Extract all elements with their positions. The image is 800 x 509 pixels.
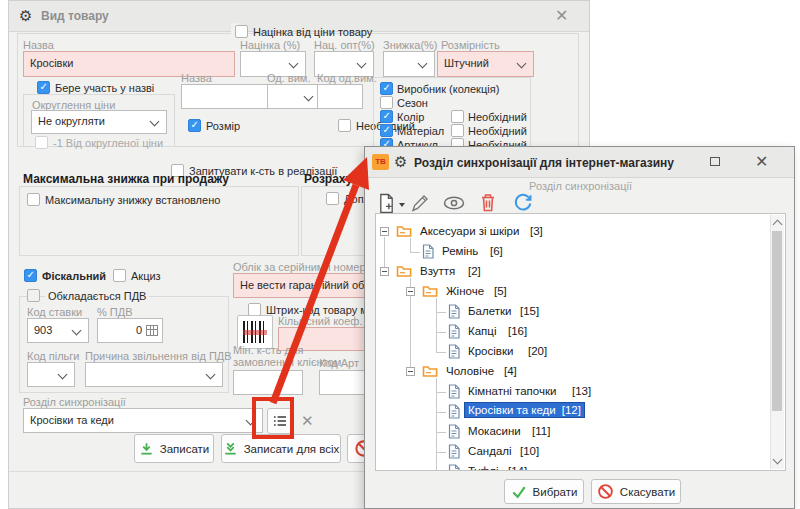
sync-clear-icon[interactable]: ✕ [301,413,314,428]
save-button-label: Записати [160,443,210,455]
surcharge-checkbox[interactable] [326,192,339,205]
material-required-checkbox[interactable] [451,124,464,137]
edit-button[interactable] [410,193,430,215]
exemption-select[interactable] [85,362,223,387]
participates-label: Бере участь у назві [55,82,154,94]
rate-code-value: 903 [34,324,52,336]
tree-item-count: [5] [494,285,507,297]
rounding-select[interactable]: Не округляти [31,110,167,134]
tree-item[interactable]: Жіноче [5] [376,282,770,302]
discount-pct-select[interactable] [383,51,435,77]
manufacturer-checkbox[interactable] [380,82,393,95]
tree-item[interactable]: Кімнатні тапочки [13] [376,382,770,402]
min-qty-input[interactable] [233,370,303,395]
tree-connector [436,312,446,313]
excise-checkbox[interactable] [113,269,126,282]
unit-select[interactable] [267,84,321,109]
selection-highlight: Кросівки та кеди[12] [465,403,584,417]
tree-connector [410,252,420,253]
cancel-icon [597,483,614,500]
chevron-down-icon [206,370,216,380]
vat-checkbox[interactable] [27,289,40,302]
view-button[interactable] [443,196,465,212]
tree-item[interactable]: Взуття [2] [376,262,770,282]
tree-item[interactable]: Ремінь [6] [376,242,770,262]
sync-section-list-button[interactable] [267,408,293,434]
cancel-button[interactable]: Скасувати [591,479,681,504]
scroll-up-icon[interactable] [773,220,783,230]
tree-item[interactable]: Балетки [15] [376,302,770,322]
dialog-subtitle: Розділ синхронізації [365,180,796,192]
material-checkbox[interactable] [380,124,393,137]
tree-item-count: [16] [508,325,527,337]
collapse-icon[interactable] [380,267,389,276]
tree-item-count: [11] [532,425,550,437]
collapse-icon[interactable] [406,367,415,376]
scroll-down-icon[interactable] [773,455,783,465]
discount-pct-label: Знижка(%) [383,39,438,51]
new-item-dropdown-icon[interactable] [399,203,405,207]
season-checkbox[interactable] [380,96,393,109]
rate-code-select[interactable]: 903 [27,318,89,343]
unit-code-input[interactable] [317,84,363,109]
fiscal-checkbox[interactable] [24,269,37,282]
dimension-label: Розмірність [441,39,500,51]
document-icon [448,384,460,401]
color-checkbox[interactable] [380,110,393,123]
minus-one-checkbox[interactable] [35,136,48,149]
select-button[interactable]: Вибрати [504,479,584,504]
list-icon [273,415,287,427]
refresh-button[interactable] [513,193,533,215]
max-discount-checkbox[interactable] [27,193,40,206]
sync-section-dialog: ТВ ⚙ Розділ синхронізації для інтернет-м… [364,146,795,509]
serial-value: Не вести гарантійний облік [240,279,378,291]
close-icon[interactable]: ✕ [755,154,768,170]
participates-checkbox[interactable] [37,81,50,94]
chevron-down-icon [357,59,367,69]
rate-code-label: Код ставки [27,306,82,318]
dimension-value: Штучний [444,57,489,69]
tree-item[interactable]: Аксесуари зі шкіри [3] [376,222,770,242]
vat-pct-input[interactable]: 0 [97,318,163,343]
dimension-select[interactable]: Штучний [437,51,534,77]
collapse-icon[interactable] [406,287,415,296]
tree-item[interactable]: Туфлі [14] [376,462,770,471]
season-label: Сезон [397,97,428,109]
serial-select[interactable]: Не вести гарантійний облік [233,273,383,298]
color-required-checkbox[interactable] [451,110,464,123]
scrollbar-thumb[interactable] [772,231,782,411]
tree-item[interactable]: Мокасини [11] [376,422,770,442]
maximize-icon[interactable] [710,157,720,166]
screen: ⚙ Вид товару ✕ Націнка від ціни товару Н… [0,0,800,509]
tree-item-label: Взуття [420,265,455,277]
tree-item-label: Балетки [468,305,511,317]
sync-section-select[interactable]: Кросівки та кеди [23,408,263,433]
benefit-code-select[interactable] [27,362,75,387]
delete-button[interactable] [479,192,497,215]
required-checkbox[interactable] [338,119,351,132]
save-for-all-button[interactable]: Записати для всіх [221,434,341,463]
calculator-icon[interactable] [146,325,158,336]
tree-item[interactable]: Сандалі [10] [376,442,770,462]
collapse-icon[interactable] [380,227,389,236]
size-checkbox[interactable] [188,119,201,132]
tree-item[interactable]: Чоловіче [4] [376,362,770,382]
excise-label: Акциз [131,270,161,282]
tree-item-label: Туфлі [468,465,498,471]
cancel-button-label: Скасувати [620,486,675,498]
tree-item[interactable]: Кросівки [20] [376,342,770,362]
tree-connector [436,412,446,413]
tree-item-selected[interactable]: Кросівки та кеди[12] [376,402,770,422]
markup-from-price-checkbox[interactable] [235,25,248,38]
close-icon[interactable]: ✕ [555,8,568,24]
manufacturer-label: Виробник (колекція) [397,83,499,95]
markup-from-price-row: Націнка від ціни товару [231,23,239,39]
save-button[interactable]: Записати [134,434,214,463]
tree-item-count: [20] [528,345,547,357]
folder-icon [396,264,412,280]
tree-scrollbar[interactable] [770,215,784,469]
save-for-all-button-label: Записати для всіх [244,443,340,455]
vat-group-label: Обкладається ПДВ [45,290,149,302]
tree-item[interactable]: Капці [16] [376,322,770,342]
trash-icon [479,192,497,213]
